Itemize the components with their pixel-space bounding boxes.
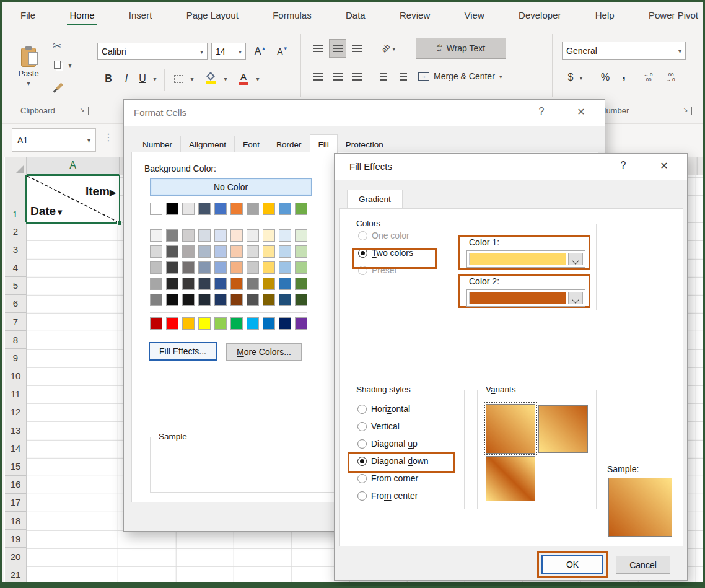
variant-2-swatch[interactable] [538, 405, 588, 453]
color-swatch[interactable] [214, 278, 227, 290]
borders-button[interactable] [172, 71, 185, 86]
paste-button[interactable]: Paste ▾ [12, 37, 45, 97]
color-swatch[interactable] [279, 261, 291, 274]
chevron-down-icon[interactable] [568, 253, 583, 265]
accounting-format-button[interactable]: $ [564, 69, 577, 86]
tab-formulas[interactable]: Formulas [271, 9, 313, 25]
color-swatch[interactable] [279, 294, 291, 306]
color-swatch[interactable] [198, 294, 211, 306]
color-swatch[interactable] [247, 294, 259, 306]
italic-button[interactable]: I [120, 70, 133, 87]
color-swatch[interactable] [247, 261, 259, 274]
comma-style-button[interactable]: , [619, 66, 629, 84]
row-header[interactable]: 6 [5, 295, 26, 313]
decrease-indent-button[interactable] [375, 68, 392, 86]
close-icon[interactable]: ✕ [655, 160, 673, 172]
tab-number[interactable]: Number [134, 136, 181, 154]
row-header[interactable]: 16 [5, 476, 26, 494]
color-swatch[interactable] [166, 261, 178, 274]
copy-dropdown[interactable]: ▾ [66, 61, 74, 69]
color-swatch[interactable] [263, 203, 275, 215]
decrease-font-button[interactable]: A▼ [273, 43, 292, 60]
row-header[interactable]: 3 [5, 240, 26, 258]
no-color-button[interactable]: No Color [150, 178, 312, 196]
cell-a1[interactable]: Item▶ Date▼ [26, 175, 120, 224]
row-header[interactable]: 2 [5, 222, 26, 240]
diagonal-up-radio[interactable]: Diagonal up [357, 439, 418, 449]
fill-color-dropdown[interactable]: ▾ [221, 74, 230, 84]
borders-dropdown[interactable]: ▾ [188, 74, 196, 84]
row-header[interactable]: 12 [5, 403, 26, 421]
from-center-radio[interactable]: From center [357, 491, 418, 501]
select-all-corner[interactable] [5, 157, 27, 175]
tab-fill[interactable]: Fill [310, 134, 338, 154]
align-right-button[interactable] [349, 68, 366, 86]
color-swatch[interactable] [230, 278, 243, 290]
color1-dropdown[interactable] [466, 250, 585, 268]
clipboard-dialog-launcher[interactable]: ↘ [80, 107, 89, 115]
align-middle-button[interactable] [329, 39, 346, 58]
color-swatch[interactable] [214, 317, 227, 330]
color-swatch[interactable] [214, 203, 227, 215]
color-swatch[interactable] [263, 261, 275, 274]
horizontal-radio[interactable]: Horizontal [357, 404, 410, 414]
color-swatch[interactable] [182, 261, 195, 274]
color-swatch[interactable] [279, 245, 291, 258]
font-name-combo[interactable]: Calibri ▾ [97, 43, 208, 60]
tab-file[interactable]: File [19, 9, 37, 25]
row-header[interactable]: 13 [5, 421, 26, 439]
wrap-text-button[interactable]: ab↩ Wrap Text [416, 38, 506, 59]
cut-button[interactable]: ✂ [50, 39, 64, 53]
from-corner-radio[interactable]: From corner [357, 473, 418, 483]
color-swatch[interactable] [295, 229, 307, 242]
tab-border[interactable]: Border [268, 136, 310, 154]
underline-button[interactable]: U [136, 70, 149, 87]
color-swatch[interactable] [247, 278, 259, 290]
color-swatch[interactable] [263, 245, 275, 258]
one-color-radio[interactable]: One color [358, 230, 409, 240]
two-colors-radio[interactable]: Two colors [358, 248, 413, 258]
tab-home[interactable]: Home [68, 9, 95, 25]
tab-power-pivot[interactable]: Power Pivot [647, 9, 699, 25]
tab-review[interactable]: Review [398, 9, 431, 25]
color-swatch[interactable] [247, 203, 259, 215]
decrease-decimal-button[interactable]: .00→.0 [661, 69, 680, 86]
color-swatch[interactable] [182, 278, 195, 290]
row-header[interactable]: 15 [5, 457, 26, 475]
row-header[interactable]: 14 [5, 439, 26, 457]
align-left-button[interactable] [309, 68, 326, 86]
color-swatch[interactable] [166, 203, 178, 215]
font-size-combo[interactable]: 14 ▾ [211, 43, 246, 60]
color-swatch[interactable] [295, 245, 307, 258]
increase-indent-button[interactable] [395, 68, 412, 86]
color-swatch[interactable] [230, 294, 243, 306]
color-swatch[interactable] [166, 229, 178, 242]
color-swatch[interactable] [279, 229, 291, 242]
color-swatch[interactable] [263, 294, 275, 306]
merge-center-button[interactable]: ↔ Merge & Center ▾ [416, 66, 547, 86]
copy-button[interactable] [51, 59, 63, 70]
color-swatch[interactable] [166, 245, 178, 258]
cancel-button[interactable]: Cancel [616, 556, 670, 574]
color-swatch[interactable] [166, 278, 178, 290]
orientation-button[interactable]: ab ▾ [375, 39, 402, 58]
number-format-combo[interactable]: General ▾ [562, 42, 686, 60]
bold-button[interactable]: B [101, 70, 116, 87]
color-swatch[interactable] [230, 317, 243, 330]
fill-color-button[interactable] [204, 70, 219, 86]
color-swatch[interactable] [150, 294, 162, 306]
color-swatch[interactable] [295, 203, 307, 215]
row-header[interactable]: 7 [5, 313, 26, 331]
color-swatch[interactable] [198, 278, 211, 290]
color-swatch[interactable] [214, 229, 227, 242]
name-box[interactable]: A1 ▾ [12, 128, 96, 152]
color-swatch[interactable] [230, 229, 243, 242]
color-swatch[interactable] [279, 317, 291, 330]
row-header[interactable]: 10 [5, 367, 26, 385]
color-swatch[interactable] [198, 261, 211, 274]
help-button[interactable]: ? [615, 160, 632, 171]
row-header[interactable]: 21 [5, 566, 26, 582]
color-swatch[interactable] [230, 261, 243, 274]
align-top-button[interactable] [309, 39, 326, 58]
color-swatch[interactable] [198, 317, 211, 330]
